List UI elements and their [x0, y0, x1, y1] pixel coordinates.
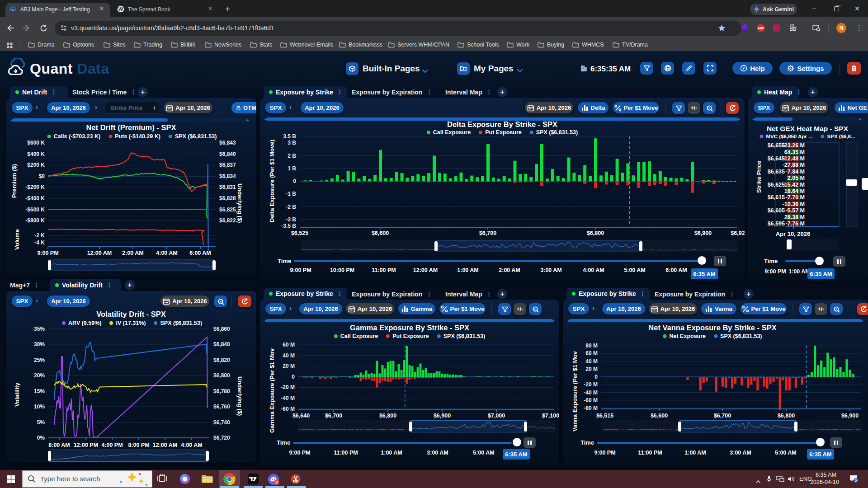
svg-text:$6,900: $6,900: [694, 230, 712, 236]
svg-text:20%: 20%: [34, 372, 45, 379]
svg-text:$6,843: $6,843: [219, 140, 236, 146]
svg-text:-15.42 M: -15.42 M: [783, 182, 805, 188]
svg-text:0: 0: [292, 374, 295, 380]
svg-text:15%: 15%: [34, 388, 45, 394]
svg-text:8:00 AM: 8:00 AM: [48, 442, 70, 448]
svg-text:12:00 AM: 12:00 AM: [153, 442, 177, 448]
svg-text:2.05 M: 2.05 M: [788, 175, 805, 181]
svg-text:+/-: +/-: [818, 306, 824, 312]
svg-text:$6,820: $6,820: [213, 357, 230, 363]
svg-text:25%: 25%: [34, 357, 45, 363]
svg-text:5%: 5%: [37, 419, 45, 426]
svg-text:$6,840: $6,840: [213, 341, 230, 347]
svg-text:$400 K: $400 K: [27, 151, 45, 157]
svg-text:0%: 0%: [37, 435, 45, 441]
svg-text:-3.5 B: -3.5 B: [281, 223, 296, 229]
svg-text:$6,640: $6,640: [292, 413, 310, 419]
svg-text:-5.57 M: -5.57 M: [786, 207, 805, 214]
svg-text:12:00 AM: 12:00 AM: [87, 250, 112, 256]
svg-text:4:00 AM: 4:00 AM: [156, 250, 177, 256]
svg-text:$6,800: $6,800: [778, 413, 795, 419]
svg-text:$6,635: $6,635: [768, 169, 785, 175]
svg-text:2: 2: [275, 479, 278, 484]
svg-text:40 M: 40 M: [283, 352, 295, 359]
svg-text:1 B: 1 B: [288, 165, 296, 172]
svg-text:-1 B: -1 B: [286, 191, 296, 197]
svg-text:$6,831: $6,831: [219, 184, 236, 190]
svg-text:$6,525: $6,525: [291, 230, 308, 236]
svg-text:-2 B: -2 B: [286, 204, 296, 210]
svg-text:?: ?: [742, 66, 745, 70]
svg-text:60 M: 60 M: [585, 350, 598, 357]
svg-text:$6,834: $6,834: [219, 173, 236, 179]
svg-text:-23.26 M: -23.26 M: [783, 142, 805, 149]
svg-text:-7.84 M: -7.84 M: [786, 169, 805, 175]
svg-text:-12.48 M: -12.48 M: [783, 155, 805, 162]
svg-text:$6,720: $6,720: [213, 435, 230, 441]
svg-text:$6,828: $6,828: [219, 195, 236, 202]
svg-text:$6,780: $6,780: [213, 388, 230, 394]
svg-text:18.64 M: 18.64 M: [784, 188, 805, 194]
svg-text:$6,605: $6,605: [768, 207, 785, 214]
svg-text:-$800 K: -$800 K: [25, 217, 45, 224]
svg-text:20 M: 20 M: [283, 363, 295, 369]
svg-text:$0: $0: [39, 173, 45, 179]
svg-text:$6,700: $6,700: [325, 413, 342, 419]
svg-text:28.38 M: 28.38 M: [784, 214, 805, 221]
svg-text:60 M: 60 M: [283, 342, 295, 348]
svg-text:0: 0: [594, 374, 598, 380]
svg-text:80 M: 80 M: [585, 343, 598, 349]
svg-text:$6,615: $6,615: [768, 194, 785, 201]
svg-text:Apr 10, 2026: Apr 10, 2026: [776, 230, 811, 237]
svg-text:0: 0: [293, 178, 296, 184]
svg-text:2: 2: [854, 478, 857, 483]
svg-text:$6,760: $6,760: [213, 404, 230, 410]
svg-text:$6,837: $6,837: [219, 162, 236, 168]
svg-text:$200 K: $200 K: [27, 162, 45, 168]
svg-text:$6,600: $6,600: [651, 413, 668, 419]
svg-text:-$400 K: -$400 K: [25, 195, 45, 202]
svg-text:64.35 M: 64.35 M: [784, 149, 805, 155]
svg-text:$600 K: $600 K: [27, 140, 45, 146]
svg-text:-2 K: -2 K: [34, 232, 45, 239]
svg-text:20 M: 20 M: [585, 366, 598, 372]
svg-text:$7,000: $7,000: [488, 413, 505, 419]
svg-text:-$200 K: -$200 K: [25, 184, 45, 190]
svg-text:12:00 PM: 12:00 PM: [74, 442, 98, 448]
svg-text:W: W: [118, 6, 123, 12]
svg-text:30%: 30%: [34, 341, 45, 347]
svg-text:-20 M: -20 M: [281, 384, 295, 390]
svg-text:$6,740: $6,740: [213, 419, 230, 426]
svg-text:40 M: 40 M: [585, 358, 598, 365]
svg-text:-40 M: -40 M: [584, 389, 598, 396]
svg-text:-27.88 M: -27.88 M: [783, 162, 805, 168]
svg-text:$6,840: $6,840: [219, 151, 236, 157]
svg-text:2 B: 2 B: [288, 153, 296, 159]
svg-text:-60 M: -60 M: [281, 406, 295, 412]
svg-text:-7.76 M: -7.76 M: [786, 221, 805, 227]
svg-text:-80 M: -80 M: [584, 405, 598, 411]
svg-text:35%: 35%: [34, 326, 45, 332]
svg-text:$6,900: $6,900: [434, 413, 451, 419]
svg-text:$6,700: $6,700: [479, 230, 496, 236]
svg-text:8:00 PM: 8:00 PM: [128, 442, 149, 448]
svg-text:-$600 K: -$600 K: [25, 206, 45, 213]
svg-text:-60 M: -60 M: [584, 397, 598, 404]
svg-text:4:00 AM: 4:00 AM: [181, 442, 202, 448]
svg-text:-4 K: -4 K: [34, 239, 45, 246]
svg-text:-20 M: -20 M: [584, 381, 598, 388]
svg-text:-3 B: -3 B: [286, 216, 296, 223]
svg-text:$6,900: $6,900: [841, 413, 859, 419]
svg-text:9:00 PM: 9:00 PM: [37, 250, 58, 256]
svg-text:$6,800: $6,800: [213, 372, 230, 379]
svg-text:$6,700: $6,700: [714, 413, 731, 419]
svg-text:+/-: +/-: [691, 105, 697, 111]
svg-text:-40 M: -40 M: [281, 395, 295, 401]
svg-text:$6,595: $6,595: [768, 221, 785, 227]
svg-text:$6,822: $6,822: [219, 217, 236, 224]
svg-text:3 B: 3 B: [288, 140, 296, 146]
svg-text:10%: 10%: [34, 404, 45, 410]
svg-text:$6,92: $6,92: [731, 230, 745, 236]
svg-text:-7.70 M: -7.70 M: [786, 194, 805, 201]
svg-text:$7,100: $7,100: [542, 413, 559, 419]
